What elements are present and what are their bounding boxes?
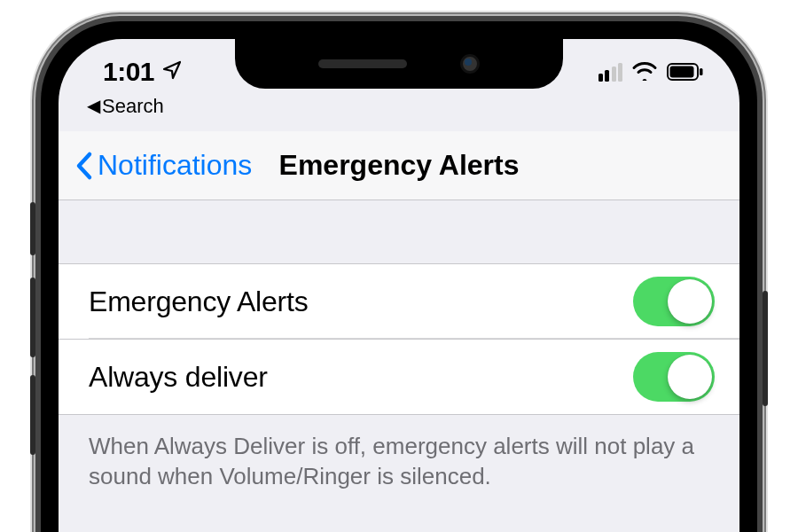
phone-frame: 1:01 <box>35 16 763 532</box>
nav-back-label: Notifications <box>98 149 252 182</box>
chevron-left-icon <box>74 151 94 181</box>
back-to-app-label: Search <box>102 95 164 118</box>
battery-icon <box>667 57 704 87</box>
location-icon <box>161 59 183 81</box>
side-button <box>763 291 768 406</box>
cellular-signal-icon <box>598 62 623 82</box>
navigation-bar: Notifications Emergency Alerts <box>59 131 739 200</box>
status-bar: 1:01 <box>59 39 739 98</box>
mute-switch <box>30 202 35 255</box>
page-title: Emergency Alerts <box>279 149 520 182</box>
row-label: Always deliver <box>89 361 268 394</box>
row-emergency-alerts[interactable]: Emergency Alerts <box>59 264 739 340</box>
toggle-always-deliver[interactable] <box>633 352 715 402</box>
section-footer-text: When Always Deliver is off, emergency al… <box>59 415 739 492</box>
svg-rect-1 <box>670 66 694 78</box>
settings-content: Emergency Alerts Always deliver When Alw… <box>59 200 739 532</box>
row-always-deliver[interactable]: Always deliver <box>59 340 739 415</box>
toggle-knob <box>668 355 712 399</box>
row-label: Emergency Alerts <box>89 286 309 318</box>
toggle-knob <box>668 279 712 324</box>
section-spacer <box>59 200 739 264</box>
status-time: 1:01 <box>103 57 154 87</box>
wifi-icon <box>631 57 658 87</box>
volume-down-button <box>30 375 35 455</box>
screen: 1:01 <box>59 39 739 532</box>
phone-bezel: 1:01 <box>41 21 757 532</box>
volume-up-button <box>30 278 35 357</box>
back-to-app-button[interactable]: ◀ Search <box>87 95 164 118</box>
svg-rect-2 <box>700 68 703 75</box>
back-triangle-icon: ◀ <box>87 97 100 114</box>
toggle-emergency-alerts[interactable] <box>633 277 715 326</box>
nav-back-button[interactable]: Notifications <box>74 149 252 182</box>
